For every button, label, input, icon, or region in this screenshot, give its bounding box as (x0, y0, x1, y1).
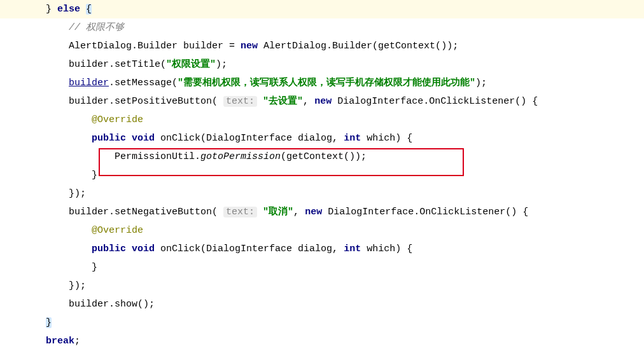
code-line[interactable]: } (0, 166, 644, 184)
indent (0, 262, 92, 273)
code-text: which) { (361, 244, 412, 254)
code-line[interactable]: public void onClick(DialogInterface dial… (0, 129, 644, 148)
keyword-public: public (92, 244, 126, 254)
code-line[interactable]: } (0, 258, 644, 277)
semicolon: ; (74, 336, 80, 347)
code-text: DialogInterface.OnClickListener() { (332, 96, 538, 107)
code-editor[interactable]: } else { // 权限不够 AlertDialog.Builder bui… (0, 0, 644, 358)
indent (0, 317, 46, 328)
code-text: which) { (361, 133, 412, 144)
code-line[interactable]: builder.setTitle("权限设置"); (0, 55, 644, 74)
keyword-break: break (46, 336, 74, 347)
code-text: ); (475, 78, 487, 88)
indent (0, 280, 69, 291)
keyword-void: void (132, 244, 155, 254)
parameter-hint: text: (223, 207, 257, 217)
code-line[interactable]: builder.setNegativeButton( text: "取消", n… (0, 203, 644, 221)
string-literal: "权限设置" (166, 59, 216, 70)
code-line[interactable]: builder.setMessage("需要相机权限，读写联系人权限，读写手机存… (0, 74, 644, 92)
string-literal: "去设置" (263, 96, 303, 107)
code-line[interactable]: }); (0, 277, 644, 295)
keyword-else: else (57, 4, 80, 15)
code-line[interactable]: break; (0, 332, 644, 350)
code-line[interactable]: } else { (0, 0, 644, 18)
builder-reference: builder (69, 78, 109, 88)
brace-close: } (92, 170, 97, 181)
brace-close: } (46, 4, 57, 15)
code-text: .setMessage( (109, 78, 178, 88)
indent (0, 188, 69, 199)
code-line[interactable]: } (0, 313, 644, 332)
code-text: builder.setNegativeButton( (0, 207, 223, 217)
method-static: gotoPermission (200, 151, 281, 162)
code-text: }); (69, 280, 86, 291)
code-text: builder.setTitle( (0, 59, 166, 70)
keyword-int: int (344, 244, 361, 254)
code-text: , (303, 96, 314, 107)
indent (0, 78, 69, 88)
code-text: (getContext()); (281, 151, 367, 162)
indent (0, 225, 92, 236)
code-line[interactable]: builder.setPositiveButton( text: "去设置", … (0, 92, 644, 111)
code-text: builder.setPositiveButton( (0, 96, 223, 107)
indent (0, 133, 92, 144)
code-line[interactable]: // 权限不够 (0, 18, 644, 37)
parameter-hint: text: (223, 96, 257, 107)
indent (0, 4, 46, 15)
code-text: , (293, 207, 305, 217)
indent (0, 336, 46, 347)
code-line[interactable]: }); (0, 184, 644, 203)
brace-close: } (92, 262, 97, 273)
code-line[interactable]: @Override (0, 221, 644, 240)
string-literal: "需要相机权限，读写联系人权限，读写手机存储权限才能使用此功能" (178, 78, 475, 88)
code-text: onClick(DialogInterface dialog, (155, 133, 344, 144)
code-text: PermissionUtil. (0, 151, 200, 162)
string-literal: "取消" (263, 207, 293, 217)
code-text: AlertDialog.Builder builder = (0, 41, 241, 52)
code-text: builder.show(); (0, 299, 155, 310)
code-line[interactable]: AlertDialog.Builder builder = new AlertD… (0, 37, 644, 55)
brace-close-highlight: } (46, 317, 52, 328)
code-line[interactable]: builder.show(); (0, 295, 644, 313)
keyword-new: new (241, 41, 258, 52)
keyword-new: new (314, 96, 332, 107)
code-line-highlighted-call[interactable]: PermissionUtil.gotoPermission(getContext… (0, 148, 644, 166)
comment: // 权限不够 (69, 22, 124, 33)
indent (0, 22, 69, 33)
code-line[interactable]: public void onClick(DialogInterface dial… (0, 240, 644, 258)
code-text: }); (69, 188, 86, 199)
code-text: onClick(DialogInterface dialog, (155, 244, 344, 254)
indent (0, 170, 92, 181)
indent (0, 114, 92, 125)
code-text: AlertDialog.Builder(getContext()); (258, 41, 458, 52)
indent (0, 244, 92, 254)
keyword-new: new (305, 207, 322, 217)
keyword-int: int (344, 133, 361, 144)
code-line[interactable]: @Override (0, 111, 644, 129)
code-text: DialogInterface.OnClickListener() { (322, 207, 528, 217)
brace-open-highlight: { (86, 4, 92, 15)
keyword-public: public (92, 133, 126, 144)
annotation-override: @Override (92, 225, 143, 236)
code-text: ); (216, 59, 227, 70)
annotation-override: @Override (92, 114, 143, 125)
keyword-void: void (132, 133, 155, 144)
